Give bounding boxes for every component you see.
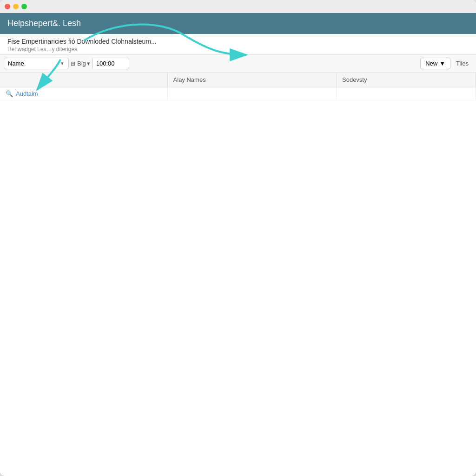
table-cell-alay: [167, 87, 336, 100]
name-dropdown-arrow: ▼: [60, 61, 65, 66]
value-field[interactable]: 100:00: [92, 58, 129, 69]
col-alay-names: Alay Names: [167, 73, 336, 87]
toolbar: Name. ▼ ⊞ Big ▾ 100:00 New ▼ Tiles: [0, 55, 476, 73]
search-icon: 🔍: [6, 90, 13, 97]
size-dropdown[interactable]: Big ▾: [77, 60, 90, 67]
name-dropdown-label: Name.: [8, 60, 58, 67]
name-dropdown[interactable]: Name. ▼: [4, 58, 69, 69]
breadcrumb-area: Fise Empertinaricies fió Downloded Clohn…: [0, 34, 476, 55]
minimize-button[interactable]: [13, 4, 19, 9]
close-button[interactable]: [5, 4, 10, 9]
table-area: Alay Names Sodevsty 🔍 Audtaim: [0, 73, 476, 476]
table-row: 🔍 Audtaim: [0, 87, 476, 100]
app-title: Helpshepert&. Lesh: [7, 19, 81, 28]
size-control: ⊞ Big ▾: [71, 60, 90, 67]
search-cell: 🔍 Audtaim: [0, 87, 167, 100]
tiles-label: Tiles: [452, 58, 472, 69]
data-table: Alay Names Sodevsty 🔍 Audtaim: [0, 73, 476, 100]
maximize-button[interactable]: [21, 4, 27, 9]
size-dropdown-arrow: ▾: [87, 60, 90, 67]
breadcrumb-subtitle: Hehwadget Les…y diteriges: [7, 46, 469, 53]
search-link[interactable]: Audtaim: [16, 90, 38, 97]
new-button[interactable]: New ▼: [420, 58, 450, 69]
table-cell-sodevsty: [337, 87, 476, 100]
titlebar: [0, 0, 476, 13]
table-header-row: Alay Names Sodevsty: [0, 73, 476, 87]
col-main: [0, 73, 167, 87]
app-window: Helpshepert&. Lesh Fise Empertinaricies …: [0, 0, 476, 476]
col-sodevsty: Sodevsty: [337, 73, 476, 87]
breadcrumb-title: Fise Empertinaricies fió Downloded Clohn…: [7, 38, 469, 45]
new-button-label: New: [425, 60, 437, 67]
size-label: Big: [77, 60, 86, 67]
size-icon: ⊞: [71, 60, 75, 67]
new-dropdown-arrow: ▼: [439, 60, 445, 67]
app-header: Helpshepert&. Lesh: [0, 13, 476, 34]
